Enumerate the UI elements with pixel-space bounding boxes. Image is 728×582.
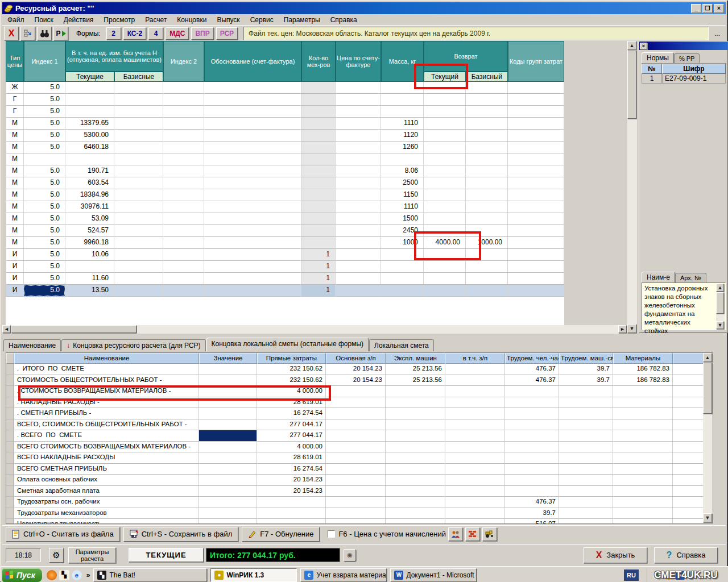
totals-row[interactable]: . ВСЕГО ПО СМЕТЕ277 044.17 <box>6 430 704 442</box>
totals-vertical-scrollbar[interactable]: ▲ ▼ <box>703 353 713 523</box>
col-header-materials[interactable]: Материалы <box>613 353 673 364</box>
norms-row[interactable]: 1Е27-09-009-1 <box>642 74 726 84</box>
totals-row[interactable]: СТОИМОСТЬ ОБЩЕСТРОИТЕЛЬНЫХ РАБОТ -232 15… <box>6 375 704 386</box>
scroll-up-icon[interactable]: ▲ <box>703 353 712 362</box>
menu-item-файл[interactable]: Файл <box>2 15 30 25</box>
col-header-value[interactable]: Значение <box>199 353 257 364</box>
p-run-button[interactable]: P <box>53 27 68 40</box>
totals-row[interactable]: Нормативная трудоемкость516.07 <box>6 519 704 524</box>
totals-row[interactable]: . НАКЛАДНЫЕ РАСХОДЫ -28 619.01 <box>6 397 704 409</box>
totals-row[interactable]: . ИТОГО ПО СМЕТЕ232 150.6220 154.2325 21… <box>6 364 704 375</box>
main-vertical-scrollbar[interactable]: ▲ ▼ <box>627 41 637 333</box>
col-header-mech-count[interactable]: Кол-во мех-ров <box>301 41 336 82</box>
restore-button[interactable]: ❐ <box>702 4 713 13</box>
norms-col-code[interactable]: Шифр <box>662 64 726 74</box>
tab-name[interactable]: Наим-е <box>642 272 675 282</box>
col-header-labor-hours[interactable]: Трудоем. чел.-час <box>505 353 559 364</box>
table-row[interactable]: М5.030976.111110 <box>6 201 564 213</box>
col-header-name[interactable]: Наименование <box>14 353 199 364</box>
menu-item-концовки[interactable]: Концовки <box>172 15 212 25</box>
totals-row[interactable]: Трудозатраты осн. рабочих476.37 <box>6 497 704 508</box>
export-button[interactable] <box>20 27 35 40</box>
table-row[interactable]: Г5.0 <box>6 94 564 106</box>
close-form-button[interactable]: XЗакрыть <box>584 547 647 563</box>
table-row[interactable]: М5.013379.651110 <box>6 118 564 130</box>
bottom-tab-0[interactable]: Наименование <box>3 339 61 351</box>
close-button[interactable]: × <box>714 4 724 13</box>
menu-item-выпуск[interactable]: Выпуск <box>212 15 245 25</box>
scroll-thumb[interactable] <box>627 51 636 119</box>
quicklaunch-firefox-icon[interactable] <box>47 570 57 580</box>
table-row[interactable]: М5.053.091500 <box>6 213 564 225</box>
audio-button[interactable]: ◉ <box>344 549 356 562</box>
tab-percent-pp[interactable]: % РР <box>674 53 700 63</box>
search-button[interactable] <box>37 27 52 40</box>
totals-row[interactable]: Оплата основных рабочих20 154.23 <box>6 475 704 486</box>
table-row[interactable]: М5.0190.718.06 <box>6 165 564 177</box>
materials-button[interactable] <box>465 527 480 541</box>
col-header-justification[interactable]: Обоснование (счет-фактура) <box>204 41 301 82</box>
table-row[interactable]: И5.011.601 <box>6 273 564 285</box>
col-header-price-type[interactable]: Тип цены <box>6 41 24 82</box>
bottom-tab-1[interactable]: ↓Концовка ресурсного расчета (для РСР) <box>61 339 205 351</box>
menu-item-действия[interactable]: Действия <box>59 15 99 25</box>
totals-row[interactable]: ВСЕГО СМЕТНАЯ ПРИБЫЛЬ16 274.54 <box>6 464 704 475</box>
table-row[interactable]: Г5.0 <box>6 106 564 118</box>
form-button-мдс[interactable]: МДС <box>166 27 189 40</box>
norms-col-num[interactable]: № <box>642 64 662 74</box>
table-row[interactable]: М5.05300.001120 <box>6 130 564 142</box>
totals-row[interactable]: . СТОИМОСТЬ ВОЗВРАЩАЕМЫХ МАТЕРИАЛОВ -4 0… <box>6 386 704 397</box>
bottom-tab-2[interactable]: Концовка локальной сметы (остальные форм… <box>206 338 369 351</box>
col-header-machines[interactable]: Экспл. машин <box>386 353 445 364</box>
panel-close-icon[interactable]: × <box>640 43 647 49</box>
menu-item-справка[interactable]: Справка <box>325 15 362 25</box>
quicklaunch-thebat-icon[interactable]: ▚ <box>59 570 69 580</box>
scroll-right-icon[interactable]: ► <box>618 325 627 333</box>
form-button-2[interactable]: 2 <box>106 27 121 40</box>
table-row[interactable]: И5.013.501 <box>6 285 564 297</box>
start-button[interactable]: Пуск <box>2 568 42 582</box>
table-row[interactable]: М5.0603.542500 <box>6 177 564 189</box>
col-header-mass[interactable]: Масса, кг <box>381 41 424 82</box>
quicklaunch-ie-icon[interactable]: e <box>72 570 82 580</box>
scroll-thumb[interactable] <box>11 325 136 333</box>
table-row[interactable]: М <box>6 153 564 165</box>
scroll-up-icon[interactable]: ▲ <box>716 284 724 292</box>
col-header-return-group[interactable]: Возврат <box>424 41 508 72</box>
totals-row[interactable]: ВСЕГО СТОИМОСТЬ ВОЗВРАЩАЕМЫХ МАТЕРИАЛОВ … <box>6 442 704 453</box>
delete-button[interactable]: X <box>4 27 19 40</box>
menu-item-поиск[interactable]: Поиск <box>30 15 59 25</box>
col-header-index2[interactable]: Индекс 2 <box>163 41 204 82</box>
scroll-thumb[interactable] <box>716 292 724 314</box>
col-header-unit-group[interactable]: В т. ч. на ед. изм. без учета Н (отпускн… <box>65 41 163 72</box>
form-button-рср[interactable]: РСР <box>216 27 238 40</box>
description-scrollbar[interactable]: ▲ ▼ <box>716 284 725 329</box>
scroll-down-icon[interactable]: ▼ <box>716 321 724 329</box>
scroll-up-icon[interactable]: ▲ <box>627 41 636 50</box>
workers-button[interactable] <box>448 527 463 541</box>
col-header-machine-shifts[interactable]: Трудоем. маш.-см. <box>559 353 613 364</box>
menu-item-расчет[interactable]: Расчет <box>140 15 172 25</box>
col-header-direct-costs[interactable]: Прямые затраты <box>257 353 326 364</box>
language-indicator[interactable]: RU <box>624 569 639 581</box>
task-button-2[interactable]: eУчет взврата материал... <box>300 568 387 582</box>
task-button-1[interactable]: ●WinРИК 1.3 <box>210 568 297 582</box>
price-mode-label[interactable]: ТЕКУЩИЕ <box>129 548 204 562</box>
bottom-tab-3[interactable]: Локальная смета <box>369 339 434 351</box>
zero-out-button[interactable]: F7 - Обнуление <box>242 527 320 542</box>
totals-row[interactable]: . СМЕТНАЯ ПРИБЫЛЬ -16 274.54 <box>6 408 704 419</box>
col-header-base[interactable]: Базисные <box>114 72 163 82</box>
table-row[interactable]: И5.01 <box>6 261 564 273</box>
save-to-file-button[interactable]: Ctrl+S - Сохранить в файл <box>123 527 239 542</box>
col-header-return-current[interactable]: Текущий <box>424 72 466 82</box>
table-row[interactable]: Ж5.0 <box>6 82 564 94</box>
form-button-кс-2[interactable]: КС-2 <box>123 27 147 40</box>
more-button[interactable]: ... <box>712 30 722 38</box>
minimize-button[interactable]: _ <box>691 4 701 13</box>
work-description-box[interactable]: Установка дорожных знаков на сборных жел… <box>642 282 726 330</box>
calc-params-button[interactable]: Параметры расчета <box>68 547 116 563</box>
col-header-cost-groups[interactable]: Коды групп затрат <box>508 41 564 82</box>
scroll-thumb[interactable] <box>703 363 712 414</box>
totals-row[interactable]: Сметная заработная плата20 154.23 <box>6 486 704 497</box>
scroll-left-icon[interactable]: ◄ <box>2 325 11 333</box>
